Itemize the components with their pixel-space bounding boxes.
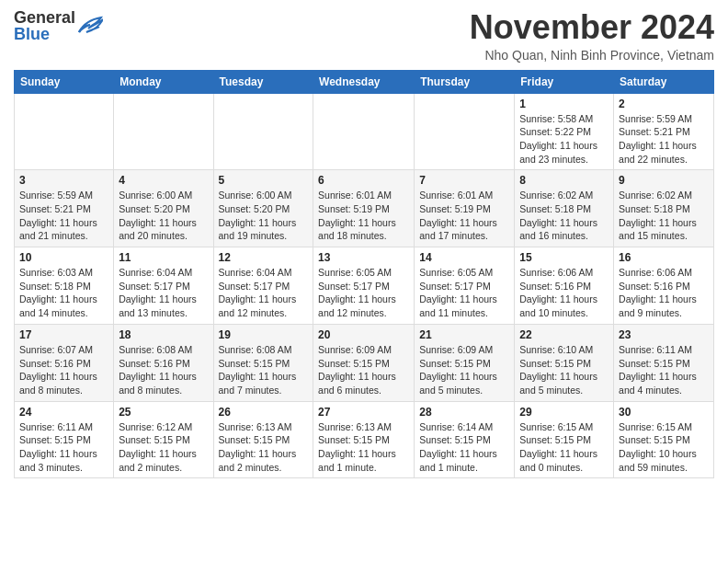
header-wednesday: Wednesday xyxy=(313,70,415,93)
calendar-cell: 9Sunrise: 6:02 AMSunset: 5:18 PMDaylight… xyxy=(614,170,714,247)
cell-info-text: Sunrise: 6:04 AMSunset: 5:17 PMDaylight:… xyxy=(219,266,309,320)
cell-day-number: 29 xyxy=(519,406,609,419)
logo-general-text: General xyxy=(14,9,75,26)
calendar-cell xyxy=(114,93,213,170)
calendar-cell: 20Sunrise: 6:09 AMSunset: 5:15 PMDayligh… xyxy=(313,324,415,401)
header: General Blue November 2024 Nho Quan, Nin… xyxy=(14,9,714,63)
week-row-4: 17Sunrise: 6:07 AMSunset: 5:16 PMDayligh… xyxy=(15,324,714,401)
cell-info-text: Sunrise: 6:05 AMSunset: 5:17 PMDaylight:… xyxy=(318,266,409,320)
location-text: Nho Quan, Ninh Binh Province, Vietnam xyxy=(470,48,714,63)
calendar-cell: 2Sunrise: 5:59 AMSunset: 5:21 PMDaylight… xyxy=(614,93,714,170)
cell-day-number: 2 xyxy=(619,98,709,110)
calendar-cell: 1Sunrise: 5:58 AMSunset: 5:22 PMDaylight… xyxy=(515,93,614,170)
cell-day-number: 17 xyxy=(19,328,108,341)
calendar-cell: 4Sunrise: 6:00 AMSunset: 5:20 PMDaylight… xyxy=(114,170,213,247)
calendar-cell: 16Sunrise: 6:06 AMSunset: 5:16 PMDayligh… xyxy=(614,247,714,325)
calendar-cell: 27Sunrise: 6:13 AMSunset: 5:15 PMDayligh… xyxy=(313,401,415,478)
week-row-2: 3Sunrise: 5:59 AMSunset: 5:21 PMDaylight… xyxy=(15,170,714,247)
cell-info-text: Sunrise: 6:11 AMSunset: 5:15 PMDaylight:… xyxy=(619,343,709,397)
calendar-cell: 30Sunrise: 6:15 AMSunset: 5:15 PMDayligh… xyxy=(614,401,714,478)
cell-day-number: 21 xyxy=(419,328,509,341)
cell-info-text: Sunrise: 6:06 AMSunset: 5:16 PMDaylight:… xyxy=(619,266,709,320)
calendar-cell: 17Sunrise: 6:07 AMSunset: 5:16 PMDayligh… xyxy=(15,324,114,401)
calendar-cell xyxy=(415,93,515,170)
week-row-5: 24Sunrise: 6:11 AMSunset: 5:15 PMDayligh… xyxy=(15,401,714,478)
cell-day-number: 7 xyxy=(419,174,509,187)
cell-day-number: 24 xyxy=(19,406,108,419)
title-section: November 2024 Nho Quan, Ninh Binh Provin… xyxy=(470,9,714,63)
header-friday: Friday xyxy=(515,70,614,93)
header-thursday: Thursday xyxy=(415,70,515,93)
calendar-cell: 14Sunrise: 6:05 AMSunset: 5:17 PMDayligh… xyxy=(415,247,515,325)
calendar-cell: 15Sunrise: 6:06 AMSunset: 5:16 PMDayligh… xyxy=(515,247,614,325)
cell-info-text: Sunrise: 5:59 AMSunset: 5:21 PMDaylight:… xyxy=(19,189,108,243)
header-monday: Monday xyxy=(114,70,213,93)
calendar-cell: 25Sunrise: 6:12 AMSunset: 5:15 PMDayligh… xyxy=(114,401,213,478)
calendar-cell: 26Sunrise: 6:13 AMSunset: 5:15 PMDayligh… xyxy=(213,401,313,478)
calendar-cell xyxy=(313,93,415,170)
month-year-title: November 2024 xyxy=(470,9,714,46)
cell-info-text: Sunrise: 6:15 AMSunset: 5:15 PMDaylight:… xyxy=(619,420,709,475)
cell-day-number: 8 xyxy=(519,174,609,187)
cell-day-number: 1 xyxy=(519,98,609,110)
calendar-table: SundayMondayTuesdayWednesdayThursdayFrid… xyxy=(14,70,714,479)
calendar-cell: 10Sunrise: 6:03 AMSunset: 5:18 PMDayligh… xyxy=(15,247,114,325)
cell-day-number: 28 xyxy=(419,406,509,419)
logo-blue-text: Blue xyxy=(14,26,75,42)
cell-info-text: Sunrise: 6:01 AMSunset: 5:19 PMDaylight:… xyxy=(318,189,409,243)
cell-info-text: Sunrise: 6:04 AMSunset: 5:17 PMDaylight:… xyxy=(119,266,208,320)
cell-info-text: Sunrise: 6:13 AMSunset: 5:15 PMDaylight:… xyxy=(219,420,309,475)
cell-info-text: Sunrise: 6:02 AMSunset: 5:18 PMDaylight:… xyxy=(519,189,609,243)
week-row-3: 10Sunrise: 6:03 AMSunset: 5:18 PMDayligh… xyxy=(15,247,714,325)
cell-info-text: Sunrise: 5:58 AMSunset: 5:22 PMDaylight:… xyxy=(519,112,609,167)
cell-info-text: Sunrise: 6:09 AMSunset: 5:15 PMDaylight:… xyxy=(419,343,509,397)
cell-info-text: Sunrise: 6:08 AMSunset: 5:16 PMDaylight:… xyxy=(119,343,208,397)
cell-info-text: Sunrise: 6:05 AMSunset: 5:17 PMDaylight:… xyxy=(419,266,509,320)
cell-day-number: 6 xyxy=(318,174,409,187)
cell-day-number: 5 xyxy=(219,174,309,187)
calendar-cell xyxy=(213,93,313,170)
cell-info-text: Sunrise: 6:02 AMSunset: 5:18 PMDaylight:… xyxy=(619,189,709,243)
calendar-cell: 7Sunrise: 6:01 AMSunset: 5:19 PMDaylight… xyxy=(415,170,515,247)
calendar-cell: 11Sunrise: 6:04 AMSunset: 5:17 PMDayligh… xyxy=(114,247,213,325)
cell-day-number: 14 xyxy=(419,251,509,264)
calendar-cell: 21Sunrise: 6:09 AMSunset: 5:15 PMDayligh… xyxy=(415,324,515,401)
calendar-cell: 28Sunrise: 6:14 AMSunset: 5:15 PMDayligh… xyxy=(415,401,515,478)
calendar-cell: 19Sunrise: 6:08 AMSunset: 5:15 PMDayligh… xyxy=(213,324,313,401)
cell-info-text: Sunrise: 6:00 AMSunset: 5:20 PMDaylight:… xyxy=(219,189,309,243)
header-sunday: Sunday xyxy=(15,70,114,93)
cell-day-number: 20 xyxy=(318,328,409,341)
cell-info-text: Sunrise: 6:03 AMSunset: 5:18 PMDaylight:… xyxy=(19,266,108,320)
cell-info-text: Sunrise: 5:59 AMSunset: 5:21 PMDaylight:… xyxy=(619,112,709,167)
header-tuesday: Tuesday xyxy=(213,70,313,93)
calendar-cell: 23Sunrise: 6:11 AMSunset: 5:15 PMDayligh… xyxy=(614,324,714,401)
cell-info-text: Sunrise: 6:14 AMSunset: 5:15 PMDaylight:… xyxy=(419,420,509,475)
calendar-cell: 12Sunrise: 6:04 AMSunset: 5:17 PMDayligh… xyxy=(213,247,313,325)
cell-day-number: 3 xyxy=(19,174,108,187)
cell-day-number: 19 xyxy=(219,328,309,341)
cell-day-number: 9 xyxy=(619,174,709,187)
cell-day-number: 13 xyxy=(318,251,409,264)
cell-day-number: 12 xyxy=(219,251,309,264)
calendar-cell: 5Sunrise: 6:00 AMSunset: 5:20 PMDaylight… xyxy=(213,170,313,247)
calendar-cell xyxy=(15,93,114,170)
cell-day-number: 22 xyxy=(519,328,609,341)
cell-day-number: 11 xyxy=(119,251,208,264)
cell-info-text: Sunrise: 6:06 AMSunset: 5:16 PMDaylight:… xyxy=(519,266,609,320)
cell-day-number: 26 xyxy=(219,406,309,419)
logo: General Blue xyxy=(14,9,103,42)
cell-info-text: Sunrise: 6:13 AMSunset: 5:15 PMDaylight:… xyxy=(318,420,409,475)
cell-info-text: Sunrise: 6:11 AMSunset: 5:15 PMDaylight:… xyxy=(19,420,108,475)
calendar-cell: 24Sunrise: 6:11 AMSunset: 5:15 PMDayligh… xyxy=(15,401,114,478)
cell-day-number: 27 xyxy=(318,406,409,419)
calendar-cell: 29Sunrise: 6:15 AMSunset: 5:15 PMDayligh… xyxy=(515,401,614,478)
calendar-cell: 13Sunrise: 6:05 AMSunset: 5:17 PMDayligh… xyxy=(313,247,415,325)
cell-info-text: Sunrise: 6:09 AMSunset: 5:15 PMDaylight:… xyxy=(318,343,409,397)
cell-day-number: 25 xyxy=(119,406,208,419)
cell-info-text: Sunrise: 6:01 AMSunset: 5:19 PMDaylight:… xyxy=(419,189,509,243)
cell-day-number: 18 xyxy=(119,328,208,341)
calendar-cell: 8Sunrise: 6:02 AMSunset: 5:18 PMDaylight… xyxy=(515,170,614,247)
week-row-1: 1Sunrise: 5:58 AMSunset: 5:22 PMDaylight… xyxy=(15,93,714,170)
cell-day-number: 10 xyxy=(19,251,108,264)
cell-info-text: Sunrise: 6:15 AMSunset: 5:15 PMDaylight:… xyxy=(519,420,609,475)
